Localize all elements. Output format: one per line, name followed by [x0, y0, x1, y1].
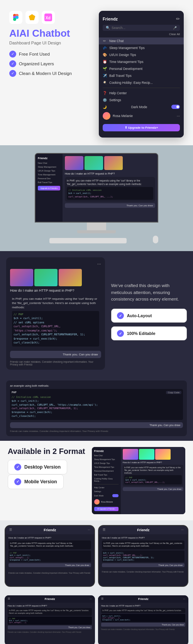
format-toggle[interactable]	[112, 494, 119, 497]
fmt-answer-bubble: In PHP, you can make HTTP requests using…	[123, 465, 183, 486]
check-auto-layout: ✓	[117, 312, 124, 319]
dcode-6: $response = curl_exec($ch);	[14, 337, 98, 341]
more-icon[interactable]: ···	[177, 114, 180, 118]
format-dark-toggle: Dark Mode	[92, 493, 121, 498]
mobile-chat-area-1: How do I make an HTTP request in PHP? In…	[5, 534, 94, 571]
menu-new-chat[interactable]: ✏ New Chat	[99, 37, 184, 44]
dark-mode-toggle[interactable]	[171, 105, 180, 109]
detail-description: We've crafted this design with meticulou…	[111, 282, 187, 302]
grid-menu-2[interactable]: ☰	[101, 597, 103, 600]
kb-mouse-row	[35, 235, 158, 243]
format-chat-area: How do I make an HTTP request in PHP? In…	[121, 447, 185, 514]
code-block-mini: // Initialize cURL session $ch = curl_in…	[67, 187, 153, 200]
left-code-section: an example using both methods: PHP Copy …	[0, 376, 193, 441]
mobile-code-2d: $response = curl_exec($ch);	[103, 559, 183, 561]
format-mockup-inner: Friendz New Chat Sleep Management Tips U…	[92, 447, 185, 514]
user-reply-mini: Thank you. Can you draw	[65, 203, 155, 208]
grid-reply-1: Thank you. Can you draw	[8, 625, 92, 629]
grid-menu-1[interactable]: ☰	[8, 597, 10, 600]
lcode-2: $ch = curl_init();	[12, 399, 181, 403]
grid-more-2[interactable]: ···	[183, 598, 185, 600]
dcode-4: curl_setopt($ch, CURLOPT_URL, 'https://e…	[14, 325, 98, 333]
menu-sleep[interactable]: 💤 Sleep Management Tips	[99, 44, 184, 51]
dcode-7: curl_close($ch);	[14, 341, 98, 345]
compose-icon[interactable]: ✏	[176, 16, 180, 22]
menu-travel[interactable]: ✈️ Ball Travel Tips	[99, 72, 184, 79]
menu-cooking[interactable]: 🍳 Cooking Hobby: Easy Recip...	[99, 79, 184, 86]
mobile-mockup-2: ☰ Friendz ··· How do I make an HTTP requ…	[98, 525, 188, 587]
format-menu-2: Sleep Management Tips	[92, 457, 121, 461]
format-section: Available in 2 Format ✓ Desktop Version …	[0, 441, 193, 520]
mic-icon: 🎤	[173, 26, 177, 30]
menu-time[interactable]: ⏰ Time Management Tips	[99, 58, 184, 65]
format-upgrade-btn[interactable]: ⬆ Upgrade to Friendz+	[94, 507, 119, 511]
mobile-menu-icon-2[interactable]: ☰	[103, 528, 105, 532]
detail-img-1	[10, 269, 33, 286]
help-icon: ❓	[103, 91, 107, 95]
grid-footer-1: Friendz can make mistakes. Consider chec…	[5, 631, 95, 635]
monitor-screen: Friendz New Chat Sleep Management UI/UX …	[35, 153, 158, 223]
mobile-footer-1: Friendz can make mistakes. Consider chec…	[5, 571, 94, 576]
upgrade-button[interactable]: ⬆ Upgrade to Friendz+	[103, 124, 180, 131]
code-line-2: $ch = curl_init();	[68, 192, 152, 195]
new-chat-icon: ✏	[103, 39, 107, 43]
search-input[interactable]	[112, 26, 171, 30]
fmt-img-2	[139, 449, 154, 460]
mini-menu-2: Sleep Management	[36, 165, 63, 169]
mobile-footer-2: Friendz can make mistakes. Consider chec…	[99, 569, 188, 575]
cooking-icon: 🍳	[103, 81, 107, 85]
mobile-section: ☰ Friendz ··· How do I make an HTTP requ…	[0, 520, 193, 591]
mini-menu-5: Personal Dev	[36, 177, 63, 180]
dcode-2: $ch = curl_init();	[14, 316, 98, 321]
menu-personal[interactable]: 🌱 Personal Development	[99, 65, 184, 72]
mobile-more-icon-1[interactable]: ···	[88, 528, 90, 532]
left-code-block: PHP Copy Code // Initialize cURL session…	[10, 389, 183, 420]
grid-more-1[interactable]: ···	[90, 598, 92, 600]
mini-menu-3: UI/UX Design Tips	[36, 169, 63, 173]
mini-menu-6: Ball Travel Tips	[36, 180, 63, 184]
check-desktop: ✓	[14, 464, 21, 471]
menu-help[interactable]: ❓ Help Center	[99, 90, 184, 97]
moon-icon: 🌙	[103, 105, 107, 109]
check-icon-1: ✓	[9, 51, 16, 58]
mini-upgrade-btn[interactable]: Upgrade to Friendz+	[38, 186, 60, 190]
copy-code-btn[interactable]: Copy Code	[166, 391, 181, 394]
mini-app-name: Friendz	[36, 156, 63, 161]
fmt-img-3	[155, 449, 171, 460]
grid-mockup-1: ☰ Friendz ··· How do I make an HTTP requ…	[5, 595, 95, 644]
mockup-search-bar[interactable]: 🔍 🎤	[103, 25, 180, 31]
lcode-3: curl_setopt($ch, CURLOPT_URL, 'https://e…	[12, 403, 181, 407]
settings-icon: ⚙️	[103, 98, 107, 102]
mobile-menu-icon-1[interactable]: ☰	[9, 528, 12, 532]
username: Rosa Melanie	[113, 114, 133, 118]
mobile-more-icon-2[interactable]: ···	[181, 528, 184, 532]
format-help: Help Center	[92, 486, 121, 489]
sleep-icon: 💤	[103, 46, 107, 50]
clear-all-label[interactable]: Clear All	[99, 32, 184, 37]
fmt-img-1	[123, 449, 138, 460]
check-mobile: ✓	[14, 478, 21, 485]
svg-text:Xd: Xd	[46, 16, 51, 20]
format-right-col: Friendz New Chat Sleep Management Tips U…	[92, 447, 185, 514]
format-divider	[94, 484, 119, 484]
dcode-3: // set cURL options	[14, 321, 98, 325]
lcode-6: curl_close($ch);	[12, 415, 181, 418]
more-dots-icon[interactable]: ···	[97, 261, 101, 267]
monitor-base	[77, 230, 116, 233]
menu-design[interactable]: 🎨 UI/UX Design Tips	[99, 51, 184, 58]
auto-layout-badge: ✓ Auto-Layout	[111, 309, 187, 323]
grid-header-1: ☰ Friendz ···	[5, 595, 95, 603]
mobile-top-bar-1: ☰ Friendz ···	[5, 526, 94, 534]
figma-icon	[9, 11, 22, 24]
mobile-top-bar-2: ☰ Friendz ···	[99, 526, 188, 534]
grid-code-1: // PHP $ch = curl_init(); curl_setopt(..…	[8, 617, 92, 625]
mobile-title-1: Friendz	[44, 528, 56, 532]
code-line-1: // Initialize cURL session	[68, 189, 152, 192]
grid-footer-2: Friendz can make mistakes. Consider chec…	[98, 629, 188, 632]
grid-code-2: $ch = curl_init(); curl_setopt(...); $re…	[101, 614, 185, 622]
svg-marker-5	[29, 14, 35, 20]
personal-icon: 🌱	[103, 67, 107, 71]
menu-settings[interactable]: ⚙️ Settings	[99, 97, 184, 104]
hero-left: Xd AIAI Chatbot Dashboard Page UI Design…	[9, 11, 93, 77]
mobile-ans-1: In PHP, you can make HTTP requests using…	[8, 540, 91, 549]
